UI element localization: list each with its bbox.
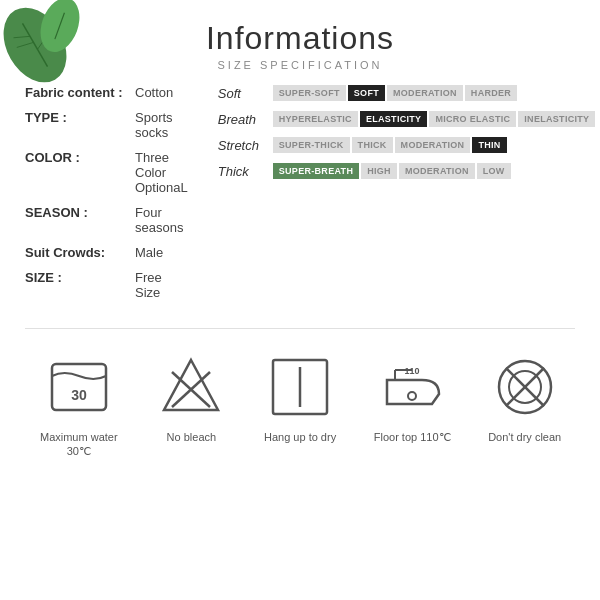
care-label-no-dry: Don't dry clean (488, 430, 561, 444)
rating-row-stretch: Stretch SUPER-THICK THICK MODERATION THI… (218, 137, 596, 153)
iron-icon: 110 (377, 352, 447, 422)
bar-micro-elastic: MICRO ELASTIC (429, 111, 516, 127)
page-header: Informations SIZE SPECIFICATION (0, 0, 600, 71)
care-label-bleach: No bleach (167, 430, 217, 444)
bar-moderation-thick: MODERATION (399, 163, 475, 179)
rating-label-thick: Thick (218, 164, 273, 179)
care-label-hang: Hang up to dry (264, 430, 336, 444)
bar-inelasticity: INELASTICITY (518, 111, 595, 127)
svg-text:110: 110 (405, 366, 420, 376)
spec-value-color: Three Color OptionaL (135, 150, 188, 195)
rating-label-stretch: Stretch (218, 138, 273, 153)
bar-moderation-stretch: MODERATION (395, 137, 471, 153)
spec-value-season: Four seasons (135, 205, 188, 235)
divider (25, 328, 575, 329)
care-item-iron: 110 Floor top 110℃ (374, 352, 451, 444)
rating-bars-stretch: SUPER-THICK THICK MODERATION THIN (273, 137, 507, 153)
page-subtitle: SIZE SPECIFICATION (0, 59, 600, 71)
spec-row-color: COLOR : Three Color OptionaL (25, 150, 188, 195)
no-dry-clean-icon (490, 352, 560, 422)
rating-row-thick: Thick SUPER-BREATH HIGH MODERATION LOW (218, 163, 596, 179)
bar-thin: THIN (472, 137, 506, 153)
spec-label-crowds: Suit Crowds: (25, 245, 135, 260)
spec-value-size: Free Size (135, 270, 188, 300)
care-label-iron: Floor top 110℃ (374, 430, 451, 444)
rating-bars-soft: SUPER-SOFT SOFT MODERATION HARDER (273, 85, 517, 101)
spec-row-type: TYPE : Sports socks (25, 110, 188, 140)
spec-label-type: TYPE : (25, 110, 135, 125)
spec-label-size: SIZE : (25, 270, 135, 285)
bar-thick: THICK (352, 137, 393, 153)
hang-dry-icon (265, 352, 335, 422)
spec-row-size: SIZE : Free Size (25, 270, 188, 300)
rating-row-breath: Breath HYPERELASTIC ELASTICITY MICRO ELA… (218, 111, 596, 127)
spec-label-color: COLOR : (25, 150, 135, 165)
spec-row-crowds: Suit Crowds: Male (25, 245, 188, 260)
no-bleach-icon (156, 352, 226, 422)
bar-high: HIGH (361, 163, 397, 179)
specs-left: Fabric content : Cotton TYPE : Sports so… (25, 85, 198, 310)
main-content: Fabric content : Cotton TYPE : Sports so… (0, 75, 600, 320)
bar-super-breath: SUPER-BREATH (273, 163, 359, 179)
spec-value-type: Sports socks (135, 110, 188, 140)
rating-label-breath: Breath (218, 112, 273, 127)
bar-soft: SOFT (348, 85, 385, 101)
bar-low: LOW (477, 163, 511, 179)
care-item-no-dry: Don't dry clean (488, 352, 561, 444)
bar-super-thick: SUPER-THICK (273, 137, 350, 153)
rating-label-soft: Soft (218, 86, 273, 101)
svg-point-14 (408, 392, 416, 400)
care-section: 30 Maximum water 30℃ No bleach Hang up t… (0, 337, 600, 469)
care-label-wash: Maximum water 30℃ (39, 430, 119, 459)
page: Informations SIZE SPECIFICATION Fabric c… (0, 0, 600, 600)
specs-right: Soft SUPER-SOFT SOFT MODERATION HARDER B… (208, 85, 596, 310)
wash-icon: 30 (44, 352, 114, 422)
rating-bars-breath: HYPERELASTIC ELASTICITY MICRO ELASTIC IN… (273, 111, 596, 127)
rating-row-soft: Soft SUPER-SOFT SOFT MODERATION HARDER (218, 85, 596, 101)
svg-marker-9 (164, 360, 218, 410)
care-item-bleach: No bleach (156, 352, 226, 444)
leaf-decoration (0, 0, 90, 90)
page-title: Informations (0, 20, 600, 57)
bar-hyperelastic: HYPERELASTIC (273, 111, 358, 127)
spec-value-fabric: Cotton (135, 85, 173, 100)
bar-super-soft: SUPER-SOFT (273, 85, 346, 101)
bar-moderation-soft: MODERATION (387, 85, 463, 101)
spec-label-season: SEASON : (25, 205, 135, 220)
rating-bars-thick: SUPER-BREATH HIGH MODERATION LOW (273, 163, 511, 179)
svg-text:30: 30 (71, 387, 87, 403)
care-item-wash: 30 Maximum water 30℃ (39, 352, 119, 459)
spec-row-season: SEASON : Four seasons (25, 205, 188, 235)
bar-elasticity: ELASTICITY (360, 111, 428, 127)
care-item-hang: Hang up to dry (264, 352, 336, 444)
spec-value-crowds: Male (135, 245, 163, 260)
bar-harder: HARDER (465, 85, 517, 101)
